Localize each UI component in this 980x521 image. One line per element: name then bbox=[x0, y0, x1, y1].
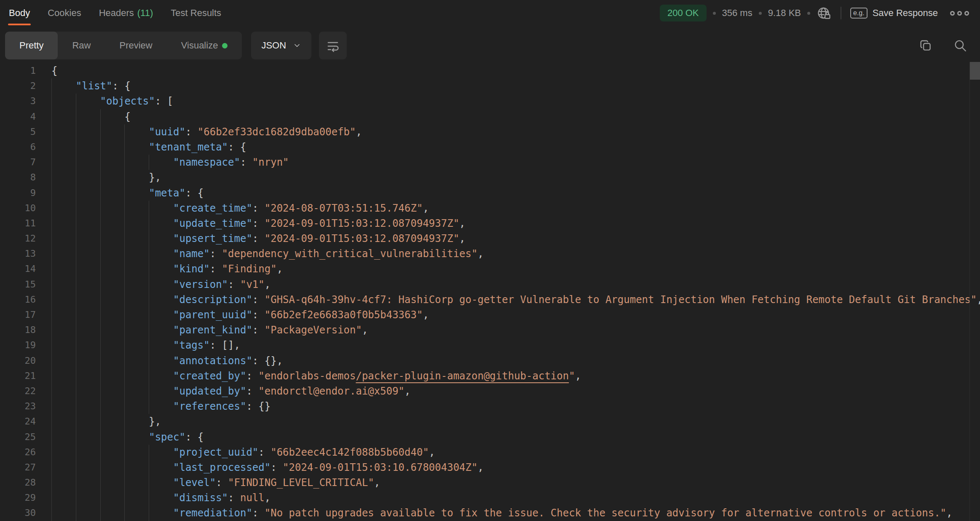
indent-guide bbox=[124, 384, 149, 399]
code-line: 23"references": {} bbox=[0, 399, 980, 414]
code-token: : bbox=[270, 462, 283, 473]
indent-guide bbox=[100, 384, 125, 399]
code-token: "level" bbox=[173, 477, 216, 489]
view-pretty-button[interactable]: Pretty bbox=[5, 32, 58, 59]
code-token: , bbox=[374, 477, 380, 489]
response-meta: 200 OK 356 ms 9.18 KB e.g. Save Response bbox=[660, 5, 969, 21]
line-number: 21 bbox=[0, 368, 36, 384]
indent-guide bbox=[124, 140, 149, 155]
view-preview-button[interactable]: Preview bbox=[105, 32, 166, 59]
code-token: "2024-08-07T03:51:15.746Z" bbox=[265, 202, 423, 214]
indent-guide bbox=[124, 261, 149, 277]
view-visualize-button[interactable]: Visualize bbox=[167, 32, 242, 59]
code-token: , bbox=[459, 218, 465, 229]
view-raw-button[interactable]: Raw bbox=[58, 32, 105, 59]
indent-guide bbox=[76, 155, 100, 170]
indent-guide bbox=[100, 322, 125, 338]
indent-guide bbox=[149, 155, 173, 170]
line-number: 14 bbox=[0, 261, 36, 277]
indent-guide bbox=[124, 490, 149, 505]
scrollbar-thumb[interactable] bbox=[970, 62, 980, 80]
tab-body[interactable]: Body bbox=[9, 0, 30, 26]
network-security-icon[interactable] bbox=[817, 5, 832, 21]
indent-guide bbox=[76, 109, 100, 124]
line-number: 26 bbox=[0, 445, 36, 460]
wrap-lines-icon bbox=[325, 38, 340, 53]
wrap-lines-button[interactable] bbox=[319, 32, 347, 59]
tab-test-results[interactable]: Test Results bbox=[171, 0, 221, 26]
code-token: "meta" bbox=[149, 187, 185, 199]
indent-guide bbox=[124, 307, 149, 322]
code-token: , bbox=[575, 370, 581, 382]
line-number: 6 bbox=[0, 140, 36, 155]
code-token: , bbox=[265, 279, 270, 290]
indent-guide bbox=[100, 414, 125, 429]
indent-guide bbox=[124, 505, 149, 521]
indent-guide bbox=[100, 399, 125, 414]
code-token: , bbox=[356, 126, 361, 138]
save-response-button[interactable]: e.g. Save Response bbox=[850, 8, 938, 19]
code-line: 28"level": "FINDING_LEVEL_CRITICAL", bbox=[0, 475, 980, 490]
indent-guide bbox=[76, 430, 100, 445]
indent-guide bbox=[124, 231, 149, 246]
indent-guide bbox=[100, 216, 125, 231]
code-line: 13"name": "dependency_with_critical_vuln… bbox=[0, 246, 980, 261]
code-line: 5"uuid": "66b2ef33dc1682d9dba00efb", bbox=[0, 124, 980, 140]
indent-guide bbox=[124, 292, 149, 307]
code-token: "Finding" bbox=[222, 263, 277, 275]
copy-icon[interactable] bbox=[918, 38, 933, 53]
indent-guide bbox=[149, 231, 173, 246]
language-select[interactable]: JSON bbox=[251, 32, 311, 59]
tab-headers[interactable]: Headers (11) bbox=[99, 0, 153, 26]
code-editor[interactable]: 1{2"list": {3"objects": [4{5"uuid": "66b… bbox=[0, 63, 980, 521]
tab-cookies[interactable]: Cookies bbox=[48, 0, 81, 26]
indent-guide bbox=[124, 399, 149, 414]
toolbar-right-icons bbox=[918, 38, 967, 53]
view-visualize-label: Visualize bbox=[181, 40, 218, 51]
indent-guide bbox=[51, 430, 76, 445]
line-number: 1 bbox=[0, 63, 36, 78]
indent-guide bbox=[51, 353, 76, 368]
line-number: 18 bbox=[0, 322, 36, 338]
separator-dot bbox=[807, 12, 810, 15]
code-token: "nryn" bbox=[252, 156, 289, 168]
indent-guide bbox=[100, 445, 125, 460]
line-number: 10 bbox=[0, 201, 36, 216]
code-token: "parent_kind" bbox=[173, 324, 252, 336]
code-token: "2024-09-01T15:03:10.678004304Z" bbox=[283, 462, 477, 473]
indent-guide bbox=[100, 185, 125, 201]
code-token: : bbox=[252, 218, 265, 229]
code-line: 1{ bbox=[0, 63, 980, 78]
indent-guide bbox=[100, 277, 125, 292]
line-number: 25 bbox=[0, 430, 36, 445]
indent-guide bbox=[51, 78, 76, 94]
indent-guide bbox=[149, 353, 173, 368]
scrollbar-track[interactable] bbox=[969, 62, 980, 521]
code-token: : bbox=[216, 477, 228, 489]
search-icon[interactable] bbox=[953, 38, 967, 53]
indent-guide bbox=[76, 201, 100, 216]
code-line: 21"created_by": "endorlabs-demos/packer-… bbox=[0, 368, 980, 384]
line-number: 5 bbox=[0, 124, 36, 140]
indent-guide bbox=[51, 460, 76, 475]
code-token: "create_time" bbox=[173, 202, 252, 214]
chevron-down-icon bbox=[293, 41, 301, 50]
indent-guide bbox=[100, 307, 125, 322]
visualize-status-dot bbox=[222, 43, 228, 48]
code-token: : [], bbox=[210, 339, 240, 351]
indent-guide bbox=[149, 490, 173, 505]
line-number: 12 bbox=[0, 231, 36, 246]
code-token: "No patch upgrades available to fix the … bbox=[265, 507, 946, 519]
more-options-icon[interactable] bbox=[950, 11, 969, 16]
line-number: 9 bbox=[0, 185, 36, 201]
indent-guide bbox=[51, 368, 76, 384]
code-token: "parent_uuid" bbox=[173, 309, 252, 321]
tab-body-label: Body bbox=[9, 8, 30, 19]
indent-guide bbox=[149, 475, 173, 490]
indent-guide bbox=[51, 384, 76, 399]
code-link[interactable]: /packer-plugin-amazon@github-action bbox=[356, 370, 569, 382]
indent-guide bbox=[76, 185, 100, 201]
indent-guide bbox=[100, 368, 125, 384]
indent-guide bbox=[149, 292, 173, 307]
code-token: { bbox=[51, 65, 57, 77]
